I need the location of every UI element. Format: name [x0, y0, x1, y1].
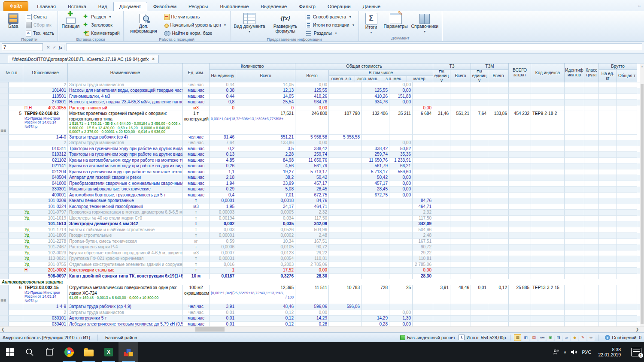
cell-brutto-total[interactable] — [617, 262, 637, 268]
cell-tz-per-unit[interactable] — [433, 221, 450, 227]
cell-total-costs[interactable] — [509, 268, 531, 274]
parametry-button[interactable]: Параметры — [382, 12, 410, 29]
cell-brutto-total[interactable] — [617, 169, 637, 175]
row-gutter[interactable] — [0, 158, 9, 164]
cell-justification[interactable]: 041000 — [23, 181, 68, 187]
cell-index-code[interactable] — [531, 256, 565, 262]
cell-tz-total[interactable] — [450, 88, 471, 94]
cell-unit[interactable]: маш.час — [183, 193, 210, 199]
cell-brutto-total[interactable] — [617, 233, 637, 239]
cell-base-wage[interactable]: 10 783 — [329, 285, 361, 304]
cell-row-number[interactable] — [9, 244, 23, 250]
cell-justification[interactable]: 508-0097 — [23, 274, 68, 280]
cell-brutto-per-unit[interactable] — [599, 204, 617, 210]
cell-unit[interactable]: маш.час — [183, 187, 210, 193]
cell-justification[interactable]: 021141 — [23, 163, 68, 169]
cell-materials[interactable] — [413, 158, 433, 164]
cell-name[interactable]: Преобразователи сварочные с номинальным … — [68, 181, 183, 187]
cell-materials[interactable] — [413, 146, 433, 152]
action-center-icon[interactable]: 1 — [631, 348, 641, 356]
cell-tz-total[interactable] — [450, 250, 471, 256]
cell-mech-wage[interactable]: 0,00 — [389, 82, 413, 88]
cell-mech-wage[interactable]: 0,00 — [389, 140, 413, 146]
cell-cost-total[interactable]: 2,48 — [295, 233, 329, 239]
cell-identifier[interactable] — [565, 310, 584, 316]
cell-brutto-per-unit[interactable] — [599, 304, 617, 310]
cell-unit[interactable]: 1 т конструкций — [183, 111, 210, 135]
cell-index-code[interactable] — [531, 106, 565, 112]
cell-tz-total[interactable] — [450, 304, 471, 310]
cell-brutto-total[interactable] — [617, 152, 637, 158]
cell-base-wage[interactable] — [329, 210, 361, 216]
cell-tz-total[interactable] — [450, 256, 471, 262]
cell-unit[interactable]: м3 — [183, 106, 210, 112]
cell-cargo-class[interactable] — [584, 198, 599, 204]
cell-row-number[interactable] — [9, 250, 23, 256]
cell-total-costs[interactable] — [509, 100, 531, 106]
cell-justification[interactable]: Уд101-2467 — [23, 244, 68, 250]
razdely-button[interactable]: Разделы▼ — [304, 29, 357, 37]
cell-tzm-per-unit[interactable] — [471, 221, 488, 227]
cell-total-costs[interactable] — [509, 106, 531, 112]
cell-row-number[interactable] — [9, 163, 23, 169]
cell-tzm-per-unit[interactable] — [471, 250, 488, 256]
row-gutter[interactable] — [0, 256, 9, 262]
cell-qty-total[interactable]: 19,27 — [236, 169, 295, 175]
cell-mech-wage[interactable] — [389, 216, 413, 222]
cell-total-costs[interactable] — [509, 204, 531, 210]
cell-mech-wage[interactable] — [389, 135, 413, 141]
cell-qty-total[interactable]: 0 — [236, 106, 295, 112]
row-gutter[interactable] — [0, 187, 9, 193]
cell-tzm-per-unit[interactable] — [471, 100, 488, 106]
expand-collapse-icon[interactable] — [0, 298, 6, 304]
cell-row-number[interactable] — [9, 304, 23, 310]
cell-brutto-per-unit[interactable] — [599, 140, 617, 146]
cell-tzm-per-unit[interactable] — [471, 140, 488, 146]
cell-qty-total[interactable]: 0,3276 — [236, 274, 295, 280]
cell-row-number[interactable] — [9, 256, 23, 262]
cell-tzm-total[interactable] — [488, 163, 509, 169]
table-row[interactable]: Антикоррозионная защита — [0, 279, 644, 285]
cell-total-costs[interactable] — [509, 88, 531, 94]
table-row[interactable]: 2 Затраты труда машинистов чел.час 0,01 … — [0, 310, 644, 316]
cell-index-code[interactable] — [531, 175, 565, 181]
cell-tzm-per-unit[interactable] — [471, 135, 488, 141]
cell-total-costs[interactable] — [509, 239, 531, 245]
cell-brutto-total[interactable] — [617, 310, 637, 316]
ne-uchityvat-button[interactable]: Не учитывать — [162, 13, 228, 21]
cell-machine-exp[interactable]: 672,75 — [361, 193, 389, 199]
cell-cargo-class[interactable] — [584, 158, 599, 164]
cell-cost-total[interactable]: 5 958,58 — [295, 135, 329, 141]
table-row[interactable]: Уд201-0755 Отдельные конструктивные элем… — [0, 262, 644, 268]
cell-name[interactable]: Машины шлифовальные: электрические — [68, 187, 183, 193]
cell-tz-total[interactable] — [450, 94, 471, 100]
cell-tz-per-unit[interactable] — [433, 181, 450, 187]
cell-index-code[interactable] — [531, 163, 565, 169]
cell-qty-per-unit[interactable]: 0,4 — [210, 193, 236, 199]
cell-base-wage[interactable] — [329, 244, 361, 250]
cell-qty-per-unit[interactable]: 1,95 — [210, 204, 236, 210]
cell-qty-total[interactable]: 2,28 — [236, 152, 295, 158]
cell-materials[interactable]: 90,72 — [413, 244, 433, 250]
close-tab-icon[interactable]: × — [152, 57, 155, 61]
cell-tzm-per-unit[interactable]: 7,64 — [471, 111, 488, 135]
cell-identifier[interactable] — [565, 88, 584, 94]
cell-tz-total[interactable] — [450, 82, 471, 88]
cell-qty-total[interactable]: 0,0054 — [236, 256, 295, 262]
row-gutter[interactable] — [0, 88, 9, 94]
cell-brutto-total[interactable] — [617, 82, 637, 88]
cell-unit[interactable]: м3 — [183, 250, 210, 256]
cell-name[interactable]: Канаты пеньковые пропитанные — [68, 198, 183, 204]
cell-row-number[interactable] — [9, 262, 23, 268]
cell-brutto-per-unit[interactable] — [599, 210, 617, 216]
table-row[interactable]: 021141 Краны на автомобильном ходу при р… — [0, 163, 644, 169]
cell-tzm-total[interactable] — [488, 88, 509, 94]
cell-machine-exp[interactable]: 50,42 — [361, 175, 389, 181]
cell-base-wage[interactable]: 596,06 — [329, 304, 361, 310]
cell-materials[interactable] — [413, 152, 433, 158]
cell-cargo-class[interactable] — [584, 169, 599, 175]
cell-mech-wage[interactable]: 0,00 — [389, 310, 413, 316]
cell-mech-wage[interactable] — [389, 227, 413, 233]
cell-qty-total[interactable]: 3,5 — [236, 146, 295, 152]
cell-machine-exp[interactable] — [361, 210, 389, 216]
